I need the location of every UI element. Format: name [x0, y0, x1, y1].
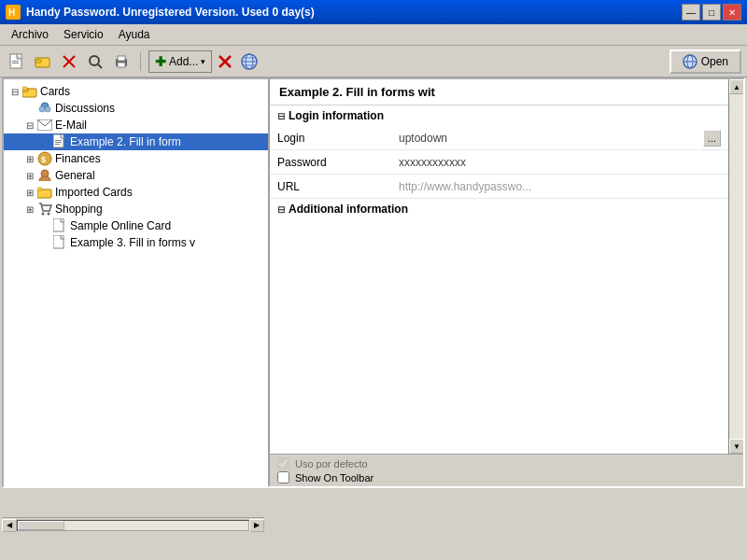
expand-discussions [22, 104, 37, 114]
icon-general [37, 168, 52, 183]
app-icon: H [6, 5, 21, 20]
print-button[interactable] [110, 50, 133, 73]
expand-shopping[interactable]: ⊞ [22, 204, 37, 215]
status-bar: Uso por defecto Show On Toolbar [270, 454, 743, 486]
expand-sampleonline [37, 221, 52, 231]
expand-cards[interactable]: ⊟ [7, 87, 22, 97]
svg-point-29 [45, 106, 50, 112]
close-button[interactable]: ✕ [723, 4, 741, 21]
open-button[interactable]: Open [669, 49, 741, 74]
settings-button[interactable] [238, 50, 261, 73]
collapse-login-icon: ⊟ [277, 111, 285, 121]
svg-rect-13 [118, 63, 125, 67]
collapse-additional-icon: ⊟ [277, 204, 285, 215]
toolbar: ✚ Add... ▾ Open [0, 46, 747, 77]
uso-row: Uso por defecto [277, 457, 736, 469]
additional-content-area [270, 219, 728, 387]
show-toolbar-label: Show On Toolbar [295, 472, 374, 483]
open-folder-button[interactable] [32, 50, 54, 73]
icon-sampleonline [52, 218, 67, 233]
scroll-track [729, 94, 743, 439]
delete-button[interactable] [58, 50, 80, 73]
svg-point-41 [48, 213, 50, 216]
find-button[interactable] [84, 50, 106, 73]
tree-label-example2: Example 2. Fill in form [70, 135, 181, 148]
tree-item-sampleonline[interactable]: Sample Online Card [4, 217, 268, 234]
field-row-url: URL http://www.handypasswo... [270, 175, 728, 199]
svg-rect-3 [12, 61, 19, 62]
svg-point-9 [90, 56, 99, 65]
svg-rect-39 [37, 188, 42, 190]
svg-text:$: $ [41, 155, 46, 164]
field-value-login: uptodown ... [399, 130, 721, 147]
menu-bar: Archivo Servicio Ayuda [0, 24, 747, 46]
menu-archivo[interactable]: Archivo [4, 26, 56, 43]
tree-item-example3[interactable]: Example 3. Fill in forms v [4, 234, 268, 251]
svg-point-40 [42, 213, 45, 216]
tree-label-general: General [55, 169, 95, 182]
folder-icon-cards [22, 84, 37, 99]
icon-example3 [52, 235, 67, 250]
field-row-password: Password xxxxxxxxxxxx [270, 150, 728, 175]
show-on-toolbar-row: Show On Toolbar [277, 471, 736, 483]
svg-rect-38 [37, 189, 51, 198]
tree-item-finances[interactable]: ⊞ $ Finances [4, 150, 268, 167]
tree-item-shopping[interactable]: ⊞ Shopping [4, 201, 268, 217]
icon-importedcards [37, 185, 52, 200]
tree-item-example2[interactable]: Example 2. Fill in form [4, 133, 268, 150]
expand-importedcards[interactable]: ⊞ [22, 188, 37, 198]
tree-label-email: E-Mail [55, 119, 87, 132]
tree-item-discussions[interactable]: Discussions [4, 100, 268, 117]
field-label-login: Login [277, 132, 399, 145]
url-value: http://www.handypasswo... [399, 180, 531, 193]
delete-item-button[interactable] [216, 52, 234, 71]
uso-checkbox[interactable] [277, 457, 289, 469]
open-button-label: Open [701, 55, 728, 68]
tree-label-finances: Finances [55, 152, 101, 165]
tree-item-email[interactable]: ⊟ E-Mail [4, 117, 268, 133]
svg-rect-6 [35, 60, 41, 63]
add-button[interactable]: ✚ Add... ▾ [148, 50, 212, 73]
expand-finances[interactable]: ⊞ [22, 154, 37, 164]
expand-example2 [37, 137, 52, 147]
field-row-login: Login uptodown ... [270, 126, 728, 150]
maximize-button[interactable]: □ [702, 4, 721, 21]
expand-general[interactable]: ⊞ [22, 171, 37, 181]
icon-finances: $ [37, 151, 52, 166]
svg-rect-4 [12, 63, 19, 63]
icon-example2 [52, 134, 67, 149]
login-dots-button[interactable]: ... [703, 130, 721, 147]
tree-item-cards[interactable]: ⊟ Cards [4, 83, 268, 100]
scroll-down-arrow[interactable]: ▼ [729, 439, 743, 454]
expand-example3 [37, 238, 52, 248]
separator-1 [140, 52, 141, 71]
section-login-header[interactable]: ⊟ Login information [270, 105, 728, 126]
tree-item-general[interactable]: ⊞ General [4, 167, 268, 184]
tree-label-sampleonline: Sample Online Card [70, 219, 171, 232]
tree-item-importedcards[interactable]: ⊞ Imported Cards [4, 184, 268, 201]
new-button[interactable] [6, 50, 28, 73]
right-content: Example 2. Fill in forms wit ⊟ Login inf… [270, 79, 728, 454]
svg-rect-34 [55, 144, 60, 145]
tree-label-cards: Cards [40, 85, 70, 98]
field-value-password: xxxxxxxxxxxx [399, 156, 721, 169]
icon-shopping [37, 202, 52, 217]
svg-text:H: H [8, 7, 15, 18]
tree-panel: ⊟ Cards Discussions [4, 79, 270, 486]
section-additional-header[interactable]: ⊟ Additional information [270, 199, 728, 219]
expand-email[interactable]: ⊟ [22, 120, 37, 131]
scroll-up-arrow[interactable]: ▲ [729, 79, 743, 94]
tree-label-importedcards: Imported Cards [55, 186, 133, 199]
tree-label-shopping: Shopping [55, 203, 103, 216]
show-toolbar-checkbox[interactable] [277, 471, 289, 483]
icon-email [37, 118, 52, 133]
menu-ayuda[interactable]: Ayuda [111, 26, 158, 43]
field-label-url: URL [277, 180, 399, 193]
minimize-button[interactable]: — [682, 4, 700, 21]
login-value: uptodown [399, 132, 447, 145]
svg-rect-33 [55, 142, 62, 143]
svg-rect-32 [55, 140, 62, 141]
uso-label: Uso por defecto [295, 458, 368, 469]
title-bar: H Handy Password. Unregistered Version. … [0, 0, 747, 24]
menu-servicio[interactable]: Servicio [56, 26, 111, 43]
